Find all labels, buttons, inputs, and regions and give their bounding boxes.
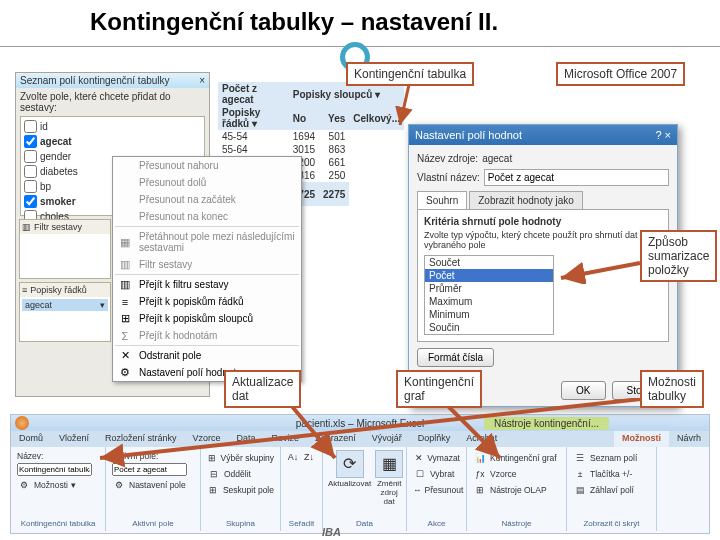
menu-item[interactable]: ▥Přejít k filtru sestavy: [113, 276, 301, 293]
summary-section-label: Kritéria shrnutí pole hodnoty: [424, 216, 561, 227]
fieldlist-close-icon[interactable]: ×: [199, 75, 205, 86]
select-button[interactable]: ☐Vybrat: [412, 466, 461, 482]
headers-toggle[interactable]: ▤Záhlaví polí: [572, 482, 651, 498]
summary-desc: Zvolte typ výpočtu, který chcete použít …: [424, 230, 662, 250]
field-settings-button[interactable]: ⚙Nastavení pole: [111, 477, 195, 493]
field-row[interactable]: id: [23, 119, 202, 134]
rows-icon: ≡: [22, 285, 27, 295]
summary-function-option[interactable]: Počet: [425, 269, 553, 282]
menu-item: Přesunout na začátek: [113, 191, 301, 208]
field-row[interactable]: agecat: [23, 134, 202, 149]
ribbon-tab[interactable]: Domů: [11, 431, 51, 447]
select-icon: ☐: [413, 467, 427, 481]
settings-icon: ⚙: [112, 478, 126, 492]
menu-icon: [117, 175, 133, 191]
formula-icon: ƒx: [473, 467, 487, 481]
dialog-close-icon[interactable]: ×: [665, 129, 671, 141]
filter-icon: ▥: [22, 222, 31, 232]
menu-icon: ⚙: [117, 365, 133, 381]
menu-item: Přesunout na konec: [113, 208, 301, 225]
menu-icon: Σ: [117, 328, 133, 344]
summary-function-option[interactable]: Minimum: [425, 308, 553, 321]
summary-function-option[interactable]: Součet: [425, 256, 553, 269]
gear-icon: ⚙: [17, 478, 31, 492]
menu-icon: ✕: [117, 348, 133, 364]
menu-icon: ▥: [117, 257, 133, 273]
ribbon-tool-tab[interactable]: Návrh: [669, 431, 709, 447]
summary-function-list[interactable]: SoučetPočetPrůměrMaximumMinimumSoučin: [424, 255, 554, 335]
field-checkbox[interactable]: [24, 150, 37, 163]
office-button-icon[interactable]: [15, 416, 29, 430]
callout-chart: Kontingenční graf: [396, 370, 482, 408]
plusminus-icon: ±: [573, 467, 587, 481]
group-field-button[interactable]: ⊞Seskupit pole: [206, 482, 275, 498]
menu-icon: ⊞: [117, 311, 133, 327]
fieldlist-prompt: Zvolte pole, které chcete přidat do sest…: [16, 88, 209, 116]
pivot-name-input[interactable]: [17, 463, 92, 476]
menu-item: ΣPřejít k hodnotám: [113, 327, 301, 344]
olap-icon: ⊞: [473, 483, 487, 497]
menu-icon: ▥: [117, 277, 133, 293]
context-menu: Přesunout nahoruPřesunout dolůPřesunout …: [112, 156, 302, 382]
options-button[interactable]: ⚙Možnosti ▾: [16, 477, 100, 493]
tab-show-as[interactable]: Zobrazit hodnoty jako: [469, 191, 583, 209]
svg-line-4: [100, 398, 650, 458]
dialog-title: Nastavení polí hodnot: [415, 129, 522, 141]
page-title: Kontingenční tabulky – nastavení II.: [90, 8, 498, 36]
svg-line-0: [400, 80, 410, 125]
group-field-icon: ⊞: [207, 483, 220, 497]
src-value: agecat: [482, 153, 512, 164]
move-icon: ↔: [413, 483, 422, 497]
menu-icon: [117, 158, 133, 174]
summary-function-option[interactable]: Maximum: [425, 295, 553, 308]
field-checkbox[interactable]: [24, 120, 37, 133]
menu-icon: [117, 192, 133, 208]
field-checkbox[interactable]: [24, 135, 37, 148]
fieldlist-header: Seznam polí kontingenční tabulky: [20, 75, 170, 86]
olap-button[interactable]: ⊞Nástroje OLAP: [472, 482, 561, 498]
callout-options: Možnosti tabulky: [640, 370, 704, 408]
menu-item: Přesunout dolů: [113, 174, 301, 191]
area-rows[interactable]: ≡Popisky řádkůagecat▾: [19, 282, 111, 342]
ungroup-icon: ⊟: [207, 467, 221, 481]
menu-item[interactable]: ⊞Přejít k popiskům sloupců: [113, 310, 301, 327]
area-filter[interactable]: ▥Filtr sestavy: [19, 219, 111, 279]
callout-pivot-table: Kontingenční tabulka: [346, 62, 474, 86]
summary-function-option[interactable]: Součin: [425, 321, 553, 334]
menu-item[interactable]: ≡Přejít k popiskům řádků: [113, 293, 301, 310]
buttons-toggle[interactable]: ±Tlačítka +/-: [572, 466, 651, 482]
formulas-button[interactable]: ƒxVzorce: [472, 466, 561, 482]
field-checkbox[interactable]: [24, 195, 37, 208]
svg-line-1: [561, 263, 640, 278]
dialog-help-icon[interactable]: ?: [655, 129, 661, 141]
field-checkbox[interactable]: [24, 165, 37, 178]
menu-item: Přesunout nahoru: [113, 157, 301, 174]
ungroup-button[interactable]: ⊟Oddělit: [206, 466, 275, 482]
callout-summary: Způsob sumarizace položky: [640, 230, 717, 282]
number-format-button[interactable]: Formát čísla: [417, 348, 494, 367]
callout-office: Microsoft Office 2007: [556, 62, 685, 86]
src-label: Název zdroje:: [417, 153, 478, 164]
move-button[interactable]: ↔Přesunout: [412, 482, 461, 498]
tab-summary[interactable]: Souhrn: [417, 191, 467, 209]
footer-logo: IBA: [322, 526, 341, 538]
name-label: Vlastní název:: [417, 172, 480, 183]
custom-name-input[interactable]: [484, 169, 669, 186]
menu-item[interactable]: ✕Odstranit pole: [113, 347, 301, 364]
menu-icon: ▦: [117, 234, 133, 250]
menu-icon: [117, 209, 133, 225]
callout-refresh: Aktualizace dat: [224, 370, 301, 408]
header-icon: ▤: [573, 483, 587, 497]
menu-item: ▦Přetáhnout pole mezi následujícími sest…: [113, 228, 301, 256]
menu-item: ▥Filtr sestavy: [113, 256, 301, 273]
menu-icon: ≡: [117, 294, 133, 310]
field-checkbox[interactable]: [24, 180, 37, 193]
summary-function-option[interactable]: Průměr: [425, 282, 553, 295]
